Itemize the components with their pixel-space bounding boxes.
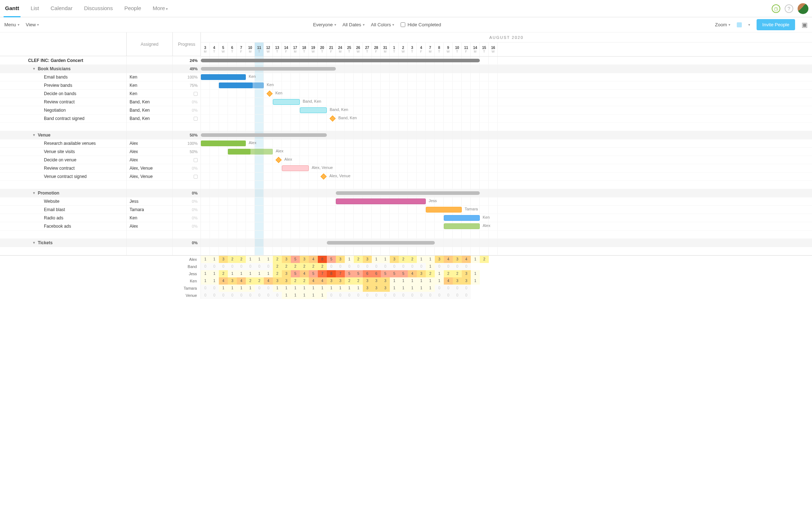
workload-cell: 0 [201, 292, 210, 299]
gantt-cell[interactable] [201, 123, 812, 131]
gantt-cell[interactable]: Alex [201, 156, 812, 164]
color-swatch[interactable] [737, 22, 742, 27]
avatar[interactable] [798, 3, 808, 14]
progress-cell: 50% [173, 148, 201, 156]
filter-colors[interactable]: All Colors ▾ [371, 22, 394, 27]
task-name: Preview bands [0, 81, 127, 90]
gantt-cell[interactable]: Alex, Venue [201, 173, 812, 181]
workload-cell: 1 [282, 292, 291, 299]
workload-cell: 0 [264, 263, 273, 270]
gantt-cell[interactable]: Band, Ken [201, 115, 812, 123]
workload-panel: Alex11322111235348531231132211343412Band… [0, 255, 812, 299]
workload-person: Jess [0, 270, 201, 277]
task-name: Negotiation [0, 106, 127, 115]
assigned-cell: Alex [127, 156, 173, 164]
workload-cell: 1 [471, 270, 480, 277]
workload-cell: 3 [219, 256, 228, 263]
progress-cell: 0% [173, 206, 201, 214]
workload-cell: 1 [408, 285, 417, 292]
workload-cell: 0 [453, 263, 462, 270]
workload-cell: 1 [237, 270, 246, 277]
progress-cell [173, 156, 201, 164]
workload-person: Alex [0, 256, 201, 263]
spacer [127, 247, 173, 255]
workload-cell: 2 [408, 256, 417, 263]
workload-cell: 4 [318, 277, 327, 285]
workload-cell: 4 [309, 256, 318, 263]
workload-cell: 2 [282, 263, 291, 270]
workload-cell: 5 [381, 270, 390, 277]
gantt-cell[interactable]: Band, Ken [201, 106, 812, 115]
help-icon[interactable]: ? [785, 4, 793, 13]
gantt-cell[interactable]: Band, Ken [201, 98, 812, 106]
workload-cell: 0 [462, 263, 471, 270]
filter-everyone[interactable]: Everyone ▾ [313, 22, 336, 27]
hide-completed-checkbox[interactable]: Hide Completed [401, 22, 441, 27]
tab-people[interactable]: People [123, 0, 143, 17]
workload-cell: 1 [219, 285, 228, 292]
workload-cell: 2 [354, 256, 363, 263]
tab-list[interactable]: List [29, 0, 40, 17]
gantt-cell[interactable] [201, 181, 812, 189]
workload-cell: 0 [327, 292, 336, 299]
zoom-dropdown[interactable]: Zoom ▾ [715, 22, 730, 27]
workload-cell: 5 [327, 256, 336, 263]
workload-cell: 0 [246, 292, 255, 299]
collapse-icon[interactable]: ▼ [32, 191, 36, 195]
invite-people-button[interactable]: Invite People [757, 19, 795, 30]
workload-cell: 1 [273, 285, 282, 292]
collapse-icon[interactable]: ▼ [32, 241, 36, 245]
gantt-cell[interactable] [201, 57, 812, 65]
gantt-cell[interactable] [201, 131, 812, 139]
gantt-cell[interactable] [201, 247, 812, 255]
menu-dropdown[interactable]: Menu ▾ [4, 22, 19, 27]
workload-person: Tamara [0, 285, 201, 292]
workload-cell: 3 [462, 277, 471, 285]
workload-cell: 1 [435, 277, 444, 285]
collapse-icon[interactable]: ▼ [32, 133, 36, 137]
gantt-cell[interactable]: Tamara [201, 206, 812, 214]
workload-cell: 1 [300, 292, 309, 299]
tab-gantt[interactable]: Gantt [4, 0, 21, 17]
spacer [0, 247, 127, 255]
workload-cell: 3 [282, 270, 291, 277]
tab-calendar[interactable]: Calendar [49, 0, 74, 17]
workload-cell: 3 [381, 277, 390, 285]
tab-discussions[interactable]: Discussions [82, 0, 114, 17]
assigned-cell: Ken [127, 73, 173, 81]
export-icon[interactable]: ▣ [802, 21, 808, 29]
workload-cell: 0 [201, 263, 210, 270]
clock-icon[interactable]: ◷ [772, 4, 780, 13]
workload-cell: 5 [291, 256, 300, 263]
gantt-cell[interactable]: Ken [201, 214, 812, 222]
workload-row: Alex11322111235348531231132211343412 [0, 256, 812, 263]
gantt-cell[interactable]: Alex, Venue [201, 164, 812, 173]
view-dropdown[interactable]: View ▾ [26, 22, 39, 27]
gantt-cell[interactable]: Ken [201, 90, 812, 98]
gantt-cell[interactable] [201, 189, 812, 197]
workload-cell: 3 [390, 256, 399, 263]
workload-cell: 0 [345, 263, 354, 270]
spacer [127, 181, 173, 189]
workload-cell: 3 [381, 285, 390, 292]
gantt-cell[interactable] [201, 65, 812, 73]
group-header: ▼Promotion [0, 189, 127, 197]
workload-cell: 0 [426, 292, 435, 299]
gantt-cell[interactable]: Alex [201, 139, 812, 148]
workload-cell: 3 [372, 285, 381, 292]
gantt-cell[interactable]: Ken [201, 81, 812, 90]
task-name: Venue site visits [0, 148, 127, 156]
gantt-cell[interactable]: Ken [201, 73, 812, 81]
filter-dates[interactable]: All Dates ▾ [343, 22, 365, 27]
workload-person: Ken [0, 277, 201, 285]
gantt-cell[interactable] [201, 239, 812, 247]
tab-more[interactable]: More ▾ [151, 0, 169, 17]
gantt-cell[interactable]: Alex [201, 222, 812, 231]
gantt-cell[interactable]: Jess [201, 197, 812, 206]
gantt-cell[interactable] [201, 231, 812, 239]
collapse-icon[interactable]: ▼ [32, 67, 36, 71]
workload-cell: 1 [291, 292, 300, 299]
workload-cell: 0 [219, 263, 228, 270]
gantt-cell[interactable]: Alex [201, 148, 812, 156]
workload-cell: 0 [354, 263, 363, 270]
